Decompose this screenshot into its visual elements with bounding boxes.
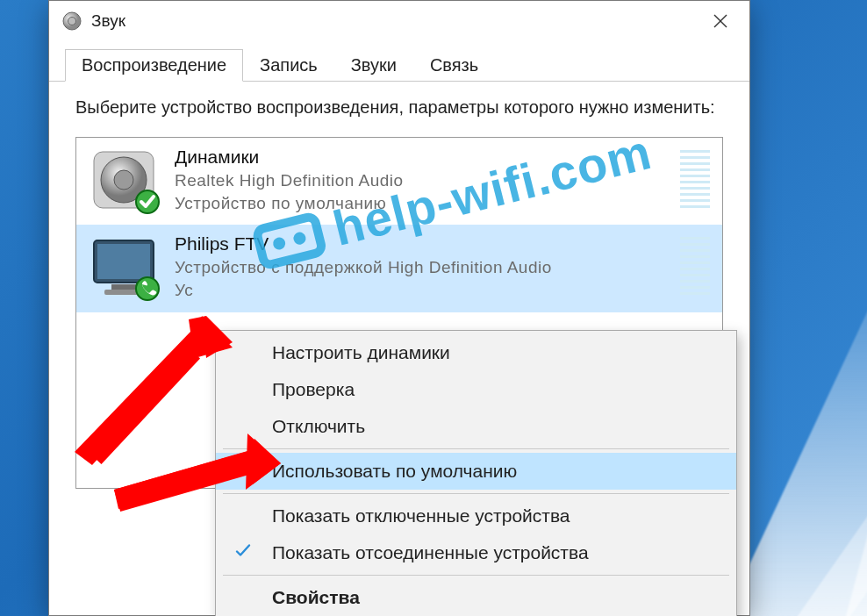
instruction-text: Выберите устройство воспроизведения, пар… bbox=[75, 96, 723, 119]
tab-communications[interactable]: Связь bbox=[413, 49, 495, 82]
device-speakers[interactable]: Динамики Realtek High Definition Audio У… bbox=[76, 138, 722, 225]
menu-properties[interactable]: Свойства bbox=[216, 579, 736, 616]
phone-badge bbox=[134, 276, 161, 302]
close-button[interactable] bbox=[699, 4, 742, 39]
menu-disable[interactable]: Отключить bbox=[216, 408, 736, 445]
device-status: Ус bbox=[175, 279, 552, 302]
svg-point-12 bbox=[136, 277, 159, 300]
sound-icon bbox=[61, 11, 82, 32]
tab-playback[interactable]: Воспроизведение bbox=[65, 49, 243, 82]
svg-point-1 bbox=[68, 18, 76, 25]
device-driver: Realtek High Definition Audio bbox=[175, 169, 404, 192]
speaker-icon bbox=[89, 147, 159, 213]
device-name: Динамики bbox=[175, 147, 404, 168]
device-philips-ftv[interactable]: Philips FTV Устройство с поддержкой High… bbox=[76, 225, 722, 312]
tab-sounds[interactable]: Звуки bbox=[334, 49, 413, 82]
check-icon bbox=[235, 543, 251, 563]
menu-separator bbox=[223, 575, 729, 576]
tab-recording[interactable]: Запись bbox=[243, 49, 334, 82]
device-text: Philips FTV Устройство с поддержкой High… bbox=[175, 233, 552, 301]
menu-label: Показать отсоединенные устройства bbox=[272, 542, 589, 562]
menu-separator bbox=[223, 448, 729, 449]
device-text: Динамики Realtek High Definition Audio У… bbox=[175, 147, 404, 214]
desktop-background: Звук Воспроизведение Запись Звуки Связь … bbox=[0, 0, 867, 616]
menu-test[interactable]: Проверка bbox=[216, 371, 736, 408]
svg-point-6 bbox=[114, 170, 133, 190]
level-meter bbox=[680, 150, 710, 208]
menu-show-disabled[interactable]: Показать отключенные устройства bbox=[216, 498, 736, 534]
menu-set-default[interactable]: Использовать по умолчанию bbox=[216, 453, 736, 490]
menu-configure-speakers[interactable]: Настроить динамики bbox=[216, 334, 736, 371]
window-title: Звук bbox=[91, 11, 125, 31]
level-meter bbox=[680, 237, 710, 295]
svg-rect-10 bbox=[111, 284, 136, 290]
svg-rect-9 bbox=[97, 244, 150, 279]
menu-separator bbox=[223, 493, 729, 494]
menu-show-disconnected[interactable]: Показать отсоединенные устройства bbox=[216, 534, 736, 571]
device-name: Philips FTV bbox=[175, 233, 552, 254]
titlebar: Звук bbox=[49, 1, 749, 41]
device-driver: Устройство с поддержкой High Definition … bbox=[175, 256, 552, 279]
close-icon bbox=[713, 14, 727, 28]
tabstrip: Воспроизведение Запись Звуки Связь bbox=[49, 41, 749, 82]
device-status: Устройство по умолчанию bbox=[175, 192, 404, 215]
default-check-badge bbox=[134, 189, 161, 215]
monitor-icon bbox=[89, 233, 159, 300]
context-menu: Настроить динамики Проверка Отключить Ис… bbox=[215, 330, 737, 616]
